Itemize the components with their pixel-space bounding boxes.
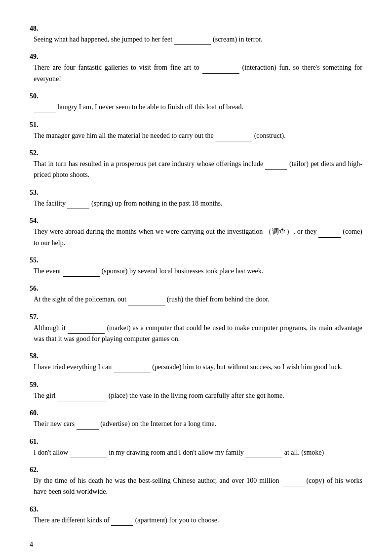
question-text-63: There are different kinds of (apartment)… bbox=[30, 514, 362, 526]
question-61: 61. I don't allow in my drawing room and… bbox=[30, 438, 362, 458]
question-53: 53. The facility (spring) up from nothin… bbox=[30, 189, 362, 209]
question-57: 57. Although it (market) as a computer t… bbox=[30, 313, 362, 345]
question-text-62: By the time of his death he was the best… bbox=[30, 475, 362, 498]
question-52: 52. That in turn has resulted in a prosp… bbox=[30, 149, 362, 181]
question-51: 51. The manager gave him all the materia… bbox=[30, 121, 362, 141]
question-number-49: 49. bbox=[30, 53, 362, 61]
question-48: 48. Seeing what had happened, she jumped… bbox=[30, 25, 362, 45]
blank-52[interactable] bbox=[265, 158, 287, 170]
blank-55[interactable] bbox=[63, 265, 100, 277]
blank-57[interactable] bbox=[68, 322, 105, 334]
question-number-48: 48. bbox=[30, 25, 362, 33]
question-text-54: They were abroad during the months when … bbox=[30, 226, 362, 249]
blank-61a[interactable] bbox=[70, 447, 107, 458]
question-text-58: I have tried everything I can (persuade)… bbox=[30, 361, 362, 373]
blank-61b[interactable] bbox=[245, 447, 282, 458]
question-text-59: The girl (place) the vase in the living … bbox=[30, 390, 362, 401]
question-60: 60. Their new cars (advertise) on the In… bbox=[30, 409, 362, 429]
question-text-48: Seeing what had happened, she jumped to … bbox=[30, 34, 362, 45]
question-55: 55. The event (sponsor) by several local… bbox=[30, 256, 362, 277]
blank-58[interactable] bbox=[114, 361, 151, 373]
blank-63[interactable] bbox=[111, 514, 133, 526]
question-54: 54. They were abroad during the months w… bbox=[30, 217, 362, 249]
question-number-56: 56. bbox=[30, 285, 362, 293]
question-text-52: That in turn has resulted in a prosperou… bbox=[30, 158, 362, 181]
blank-54[interactable] bbox=[318, 226, 341, 237]
question-number-51: 51. bbox=[30, 121, 362, 129]
question-text-51: The manager gave him all the material he… bbox=[30, 130, 362, 141]
question-number-58: 58. bbox=[30, 352, 362, 360]
question-59: 59. The girl (place) the vase in the liv… bbox=[30, 381, 362, 401]
question-text-57: Although it (market) as a computer that … bbox=[30, 322, 362, 345]
blank-56[interactable] bbox=[128, 294, 165, 305]
question-text-55: The event (sponsor) by several local bus… bbox=[30, 265, 362, 277]
question-number-52: 52. bbox=[30, 149, 362, 157]
question-text-49: There are four fantastic galleries to vi… bbox=[30, 62, 362, 85]
question-number-54: 54. bbox=[30, 217, 362, 225]
blank-53[interactable] bbox=[67, 198, 89, 209]
question-number-63: 63. bbox=[30, 506, 362, 513]
question-number-61: 61. bbox=[30, 438, 362, 446]
question-text-50: hungry I am, I never seem to be able to … bbox=[30, 101, 362, 113]
questions-container: 48. Seeing what had happened, she jumped… bbox=[30, 25, 362, 526]
blank-48[interactable] bbox=[174, 34, 211, 45]
question-number-53: 53. bbox=[30, 189, 362, 197]
question-number-60: 60. bbox=[30, 409, 362, 417]
question-text-53: The facility (spring) up from nothing in… bbox=[30, 198, 362, 209]
blank-60[interactable] bbox=[77, 418, 99, 429]
question-63: 63. There are different kinds of (apartm… bbox=[30, 506, 362, 526]
blank-62[interactable] bbox=[282, 475, 304, 486]
question-text-60: Their new cars (advertise) on the Intern… bbox=[30, 418, 362, 429]
question-56: 56. At the sight of the policeman, out (… bbox=[30, 285, 362, 305]
question-number-50: 50. bbox=[30, 92, 362, 100]
question-number-59: 59. bbox=[30, 381, 362, 389]
blank-59[interactable] bbox=[57, 390, 107, 401]
question-58: 58. I have tried everything I can (persu… bbox=[30, 352, 362, 373]
question-49: 49. There are four fantastic galleries t… bbox=[30, 53, 362, 85]
question-number-62: 62. bbox=[30, 466, 362, 474]
blank-50[interactable] bbox=[34, 101, 56, 113]
blank-49[interactable] bbox=[202, 62, 239, 73]
page-number: 4 bbox=[30, 541, 362, 549]
blank-51[interactable] bbox=[215, 130, 252, 141]
question-number-57: 57. bbox=[30, 313, 362, 321]
question-50: 50. hungry I am, I never seem to be able… bbox=[30, 92, 362, 113]
question-text-56: At the sight of the policeman, out (rush… bbox=[30, 294, 362, 305]
question-number-55: 55. bbox=[30, 256, 362, 264]
question-62: 62. By the time of his death he was the … bbox=[30, 466, 362, 498]
question-text-61: I don't allow in my drawing room and I d… bbox=[30, 447, 362, 458]
